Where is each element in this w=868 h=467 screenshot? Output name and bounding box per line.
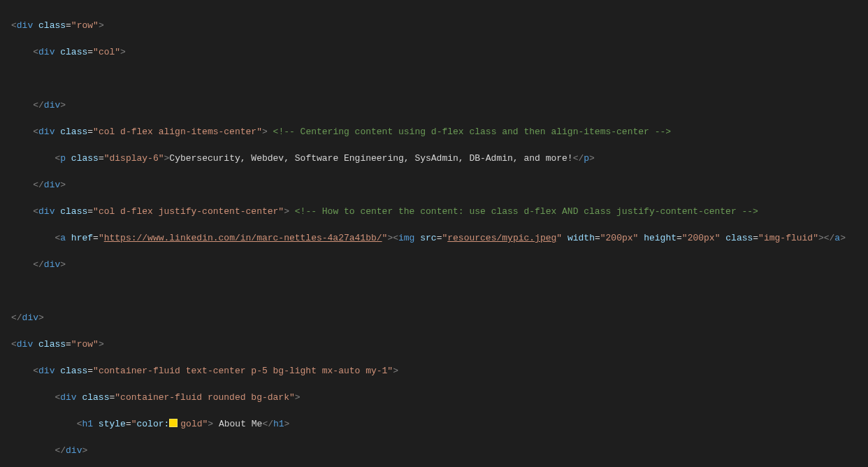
code-editor[interactable]: <div class="row"> <div class="col"> </di…	[0, 0, 868, 467]
code-line: <div class="container-fluid rounded bg-d…	[11, 391, 868, 404]
code-line: </div>	[11, 99, 868, 112]
color-swatch-icon	[169, 419, 178, 427]
code-line: <div class="row">	[11, 338, 868, 351]
code-line: </div>	[11, 444, 868, 457]
code-line: <h1 style="color:gold"> About Me</h1>	[11, 417, 868, 431]
code-line: </div>	[11, 178, 868, 192]
code-line: </div>	[11, 311, 868, 324]
code-line: <div class="row">	[11, 19, 868, 32]
code-line: <div class="col">	[11, 45, 868, 59]
code-line: <div class="col d-flex align-items-cente…	[11, 125, 868, 138]
code-line: <div class="col d-flex justify-content-c…	[11, 205, 868, 218]
code-line	[11, 285, 868, 298]
code-line	[11, 72, 868, 85]
code-line: <div class="container-fluid text-center …	[11, 364, 868, 378]
code-line: <a href="https://www.linkedin.com/in/mar…	[11, 231, 868, 245]
code-line: </div>	[11, 258, 868, 271]
code-line: <p class="display-6">Cybersecurity, Webd…	[11, 152, 868, 165]
